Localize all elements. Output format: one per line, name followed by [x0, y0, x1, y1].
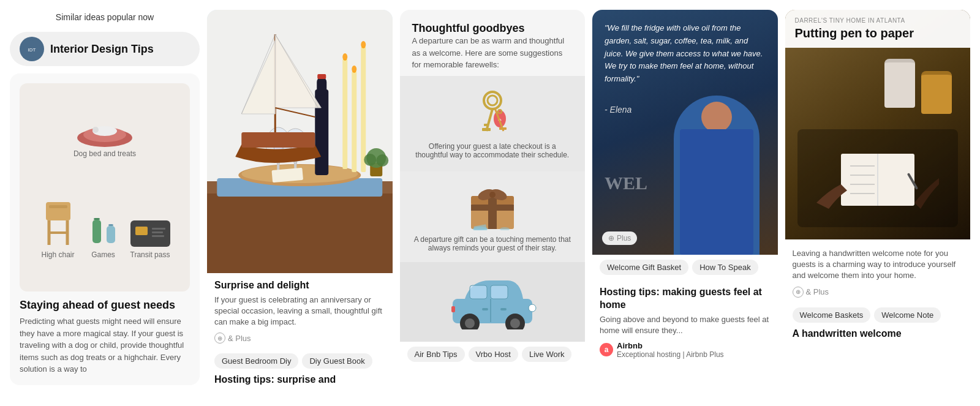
surprise-logo: ⊕ & Plus: [214, 333, 385, 344]
avatar: IDT: [20, 37, 44, 61]
plus-symbol-small: ⊕: [608, 234, 614, 242]
col-surprise: Surprise and delight If your guest is ce…: [207, 10, 393, 399]
airbnb-logo: a: [600, 343, 613, 356]
similar-ideas-label: Similar ideas popular now: [10, 10, 200, 24]
col-handwritten: DARREL'S TINY HOME IN ATLANTA Putting pe…: [785, 10, 971, 399]
surprise-pin-card[interactable]: Surprise and delight If your guest is ce…: [207, 10, 393, 391]
surprise-subtitle: Surprise and delight: [214, 279, 385, 292]
handwritten-body: Leaving a handwritten welcome note for y…: [785, 239, 971, 303]
goodbyes-tags: Air Bnb Tips Vrbo Host Live Work: [400, 342, 586, 367]
svg-point-70: [489, 192, 496, 198]
hosting-pin-card[interactable]: "We fill the fridge with olive oil from …: [592, 10, 778, 364]
goodbyes-header-area: Thoughtful goodbyes A departure can be a…: [400, 10, 586, 76]
svg-point-43: [361, 41, 366, 48]
handwritten-plus-symbol: ⊕: [793, 287, 804, 298]
guest-needs-desc: Predicting what guests might need will e…: [20, 315, 190, 375]
svg-rect-6: [46, 202, 70, 220]
svg-point-54: [484, 92, 501, 109]
svg-text:IDT: IDT: [28, 47, 36, 53]
games-label: Games: [91, 250, 115, 259]
goodbyes-pin-card[interactable]: Thoughtful goodbyes A departure can be a…: [400, 10, 586, 367]
svg-rect-13: [108, 224, 113, 226]
hosting-body: Hosting tips: making guests feel at home…: [592, 280, 778, 364]
svg-rect-18: [152, 231, 163, 233]
svg-rect-82: [451, 306, 455, 312]
surprise-bottom-body: Hosting tips: surprise and: [207, 374, 393, 391]
handwritten-desc: Leaving a handwritten welcome note for y…: [793, 248, 963, 282]
search-pill-text: Interior Design Tips: [50, 43, 154, 56]
svg-rect-63: [499, 127, 507, 130]
svg-rect-11: [94, 218, 100, 220]
plus-text-photo: Plus: [617, 234, 631, 242]
gift-section: A departure gift can be a touching memen…: [400, 171, 586, 262]
goodbyes-desc: A departure can be as warm and thoughtfu…: [412, 35, 573, 71]
handwritten-pin-card[interactable]: DARREL'S TINY HOME IN ATLANTA Putting pe…: [785, 10, 971, 345]
tag-live-work[interactable]: Live Work: [522, 347, 572, 362]
writing-photo: DARREL'S TINY HOME IN ATLANTA Putting pe…: [785, 10, 971, 239]
sidebar: Similar ideas popular now IDT Interior D…: [10, 10, 200, 399]
gift-illustration: [465, 181, 520, 230]
dog-bed-illustration: [74, 116, 135, 147]
plus-badge-photo: ⊕ Plus: [602, 231, 637, 245]
car-illustration: [447, 274, 538, 329]
svg-rect-75: [470, 285, 487, 299]
quote-author: - Elena: [605, 105, 631, 115]
svg-rect-39: [352, 71, 356, 172]
svg-rect-58: [484, 124, 489, 126]
svg-point-41: [342, 53, 347, 61]
writing-photo-header: DARREL'S TINY HOME IN ATLANTA Putting pe…: [785, 10, 971, 48]
search-pill[interactable]: IDT Interior Design Tips: [10, 32, 200, 66]
handwritten-logo-row: ⊕ & Plus: [793, 287, 963, 298]
col-hosting: "We fill the fridge with olive oil from …: [592, 10, 778, 399]
transit-label: Transit pass: [130, 250, 170, 259]
svg-rect-38: [342, 59, 347, 169]
surprise-pin-body: Surprise and delight If your guest is ce…: [207, 273, 393, 348]
svg-rect-44: [241, 132, 315, 148]
plus-badge: ⊕ & Plus: [214, 333, 251, 344]
tag-welcome-note[interactable]: Welcome Note: [874, 307, 941, 323]
hosting-photo: "We fill the fridge with olive oil from …: [592, 10, 778, 255]
handwritten-title: A handwritten welcome: [793, 328, 963, 340]
surprise-tags: Guest Bedroom Diy Diy Guest Book: [207, 348, 393, 374]
svg-line-56: [486, 109, 492, 131]
plus-text: & Plus: [228, 334, 251, 343]
surprise-title: Hosting tips: surprise and: [214, 374, 385, 386]
keys-section: ✈ Offering your guest a late checkout is…: [400, 76, 586, 171]
svg-rect-16: [135, 227, 148, 235]
surprise-desc: If your guest is celebrating an annivers…: [214, 295, 385, 328]
tag-welcome-baskets[interactable]: Welcome Baskets: [793, 307, 871, 323]
hosting-title: Hosting tips: making guests feel at home: [600, 286, 771, 312]
transit-card-illustration: [130, 220, 170, 248]
tag-vrbo-host[interactable]: Vrbo Host: [469, 347, 518, 362]
airbnb-subtext: Exceptional hosting | Airbnb Plus: [617, 350, 724, 359]
tag-guest-bedroom-diy[interactable]: Guest Bedroom Diy: [214, 353, 298, 369]
svg-rect-19: [152, 235, 164, 237]
tiny-home-label: DARREL'S TINY HOME IN ATLANTA: [795, 17, 961, 24]
svg-rect-28: [317, 77, 326, 96]
hosting-desc: Going above and beyond to make guests fe…: [600, 314, 771, 336]
airbnb-name: Airbnb: [617, 341, 724, 350]
airbnb-info: Airbnb Exceptional hosting | Airbnb Plus: [617, 341, 724, 359]
svg-point-81: [529, 304, 536, 312]
col-goodbyes: Thoughtful goodbyes A departure can be a…: [400, 10, 586, 399]
hosting-tags: Welcome Gift Basket How To Speak: [592, 255, 778, 280]
guest-needs-illustration: Dog bed and treats High chair: [20, 83, 190, 291]
tag-airbnb-tips[interactable]: Air Bnb Tips: [407, 347, 465, 362]
highchair-label: High chair: [41, 250, 74, 259]
tag-diy-guest-book[interactable]: Diy Guest Book: [302, 353, 372, 369]
checkout-desc: Offering your guest a late checkout is a…: [412, 142, 573, 159]
svg-rect-40: [361, 47, 366, 172]
bottle-illustration: [91, 218, 102, 246]
hosting-quote: "We fill the fridge with olive oil from …: [605, 22, 766, 86]
hands-writing-area: [797, 129, 959, 227]
svg-point-42: [352, 66, 356, 73]
svg-point-55: [488, 96, 497, 105]
svg-rect-66: [488, 196, 497, 229]
keys-illustration: ✈: [462, 88, 523, 137]
goodbyes-title: Thoughtful goodbyes: [412, 22, 573, 35]
svg-point-52: [376, 154, 388, 167]
plus-symbol: ⊕: [214, 333, 225, 344]
person-figure: [674, 96, 760, 255]
tag-how-to-speak[interactable]: How To Speak: [692, 260, 758, 275]
tag-welcome-gift-basket[interactable]: Welcome Gift Basket: [600, 260, 688, 275]
